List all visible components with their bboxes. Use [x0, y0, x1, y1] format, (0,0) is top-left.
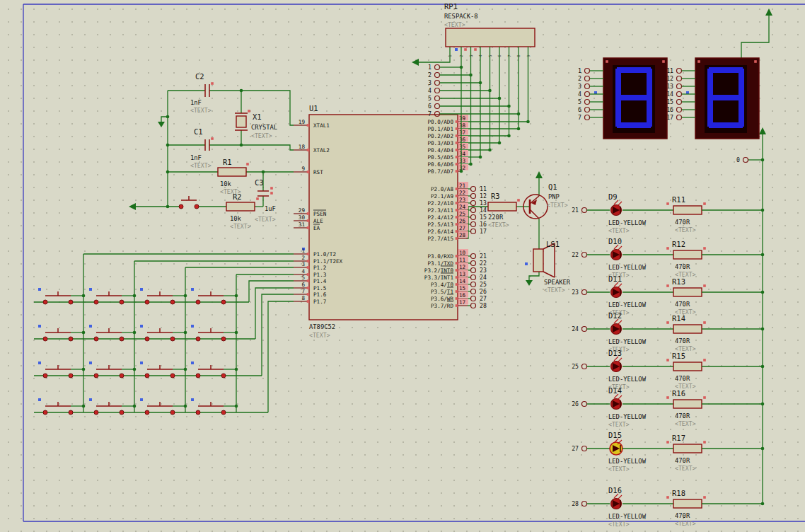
terminal[interactable] [743, 158, 748, 163]
led-D14[interactable] [611, 394, 622, 410]
terminal[interactable] [471, 187, 476, 192]
origin-mark [89, 398, 92, 401]
wire[interactable] [209, 145, 294, 150]
power-terminal-icon[interactable] [535, 171, 543, 178]
terminal[interactable] [435, 88, 440, 93]
terminal[interactable] [582, 402, 587, 407]
wire[interactable] [741, 16, 769, 58]
resistor-R18[interactable] [673, 499, 702, 508]
wire[interactable] [419, 47, 450, 62]
terminal[interactable] [582, 253, 587, 258]
terminal[interactable] [471, 296, 476, 301]
rp1-body[interactable] [446, 28, 535, 47]
terminal[interactable] [677, 76, 682, 81]
keypad-row-wire[interactable] [268, 301, 294, 412]
terminal[interactable] [582, 327, 587, 332]
resistor-R11[interactable] [673, 206, 702, 214]
pin-name: P1.2 [313, 265, 326, 271]
terminal[interactable] [677, 115, 682, 120]
led-D10[interactable] [611, 245, 622, 260]
pin-mark [307, 219, 310, 222]
ground-terminal-icon[interactable] [129, 203, 136, 210]
terminal[interactable] [582, 208, 587, 213]
led-D15[interactable] [610, 439, 622, 455]
resistor-R1[interactable] [218, 168, 246, 176]
terminal[interactable] [677, 92, 682, 97]
terminal[interactable] [582, 502, 587, 507]
display-terminal-number: 7 [578, 114, 581, 121]
ground-terminal-icon[interactable] [412, 59, 419, 66]
terminal[interactable] [435, 81, 440, 86]
pin-number: 28 [459, 232, 466, 238]
terminal[interactable] [435, 65, 440, 70]
terminal[interactable] [585, 69, 590, 74]
schematic-canvas[interactable]: 19XTAL118XTAL29RST29PSEN30ALE31EA1P1.0/T… [0, 0, 805, 532]
wire[interactable] [209, 91, 294, 125]
terminal[interactable] [471, 222, 476, 227]
terminal[interactable] [582, 446, 587, 451]
led-D13[interactable] [611, 357, 622, 372]
terminal[interactable] [585, 84, 590, 89]
terminal[interactable] [471, 201, 476, 206]
pin-mark [307, 287, 310, 289]
terminal[interactable] [471, 303, 476, 308]
terminal[interactable] [677, 100, 682, 105]
origin-mark [140, 398, 143, 401]
reset-button-terminal[interactable] [179, 204, 183, 209]
terminal[interactable] [582, 364, 587, 369]
terminal[interactable] [471, 268, 476, 273]
terminal[interactable] [677, 69, 682, 74]
led-D9[interactable] [611, 200, 622, 216]
display-segment [707, 69, 713, 98]
terminal[interactable] [585, 100, 590, 105]
terminal[interactable] [471, 229, 476, 234]
terminal[interactable] [435, 104, 440, 109]
terminal[interactable] [582, 290, 587, 295]
terminal[interactable] [471, 261, 476, 266]
terminal[interactable] [585, 108, 590, 112]
reset-button-terminal[interactable] [195, 204, 199, 209]
terminal[interactable] [435, 73, 440, 78]
terminal[interactable] [471, 282, 476, 287]
speaker-body[interactable] [533, 249, 543, 272]
resistor-R14[interactable] [673, 325, 702, 333]
terminal[interactable] [677, 84, 682, 89]
resistor-R16[interactable] [673, 400, 702, 408]
terminal[interactable] [471, 289, 476, 294]
led-D11[interactable] [611, 282, 622, 298]
resistor-R3[interactable] [488, 202, 516, 211]
terminal[interactable] [585, 115, 590, 120]
terminal[interactable] [585, 76, 590, 81]
button-terminal [170, 337, 175, 341]
resistor-R15[interactable] [673, 362, 702, 371]
pin-name: P2.6/A14 [427, 229, 453, 235]
wire[interactable] [529, 272, 539, 280]
terminal[interactable] [471, 215, 476, 220]
keypad-row-wire[interactable] [255, 288, 294, 339]
resistor-R2[interactable] [226, 202, 255, 211]
terminal[interactable] [471, 254, 476, 259]
terminal[interactable] [435, 96, 440, 101]
power-terminal-icon[interactable] [759, 127, 766, 134]
terminal[interactable] [471, 208, 476, 213]
pin-number: 12 [459, 264, 465, 270]
terminal-number: 25 [480, 281, 487, 288]
seven-seg-display[interactable] [603, 58, 667, 139]
keypad-row-wire[interactable] [262, 294, 294, 376]
led-D12[interactable] [611, 319, 622, 335]
seven-seg-display[interactable] [695, 58, 759, 139]
power-terminal-icon[interactable] [765, 8, 772, 16]
resistor-R17[interactable] [673, 444, 702, 453]
crystal-body[interactable] [236, 116, 246, 127]
terminal[interactable] [585, 92, 590, 97]
pin-name: P1.3 [313, 272, 326, 278]
ground-terminal-icon[interactable] [526, 280, 533, 286]
terminal[interactable] [677, 108, 682, 112]
ground-terminal-icon[interactable] [158, 122, 165, 127]
resistor-R12[interactable] [673, 250, 702, 259]
button-terminal [94, 374, 98, 378]
resistor-R13[interactable] [673, 288, 702, 296]
terminal[interactable] [471, 194, 476, 199]
terminal[interactable] [471, 275, 476, 280]
led-D16[interactable] [611, 494, 622, 509]
